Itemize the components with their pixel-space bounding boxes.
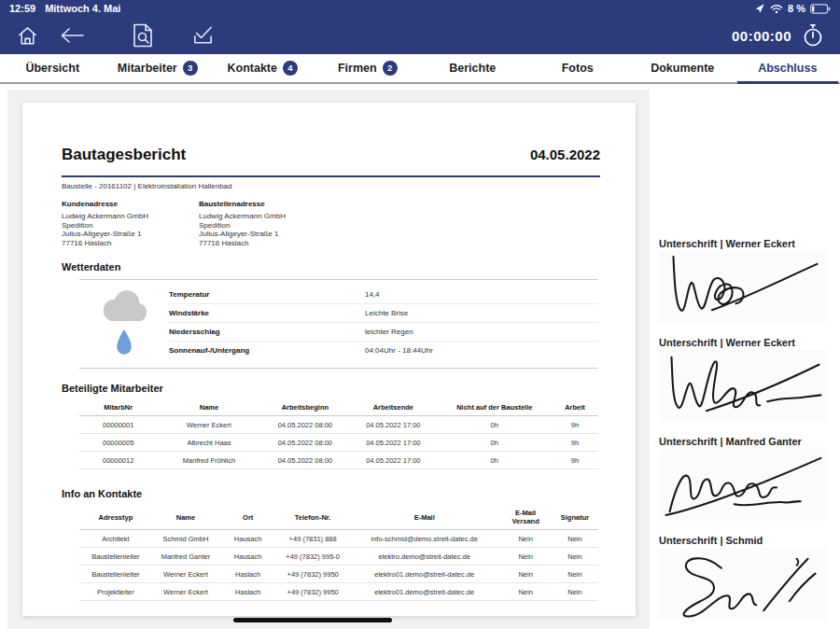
- back-arrow-icon: [58, 24, 86, 47]
- kontakte-count-badge: 4: [283, 61, 298, 76]
- timer-display: 00:00:00: [732, 28, 791, 44]
- location-icon: [754, 3, 765, 14]
- content-area: Bautagesbericht 04.05.2022 Baustelle - 2…: [0, 84, 840, 629]
- signature-block: Unterschrift | Schmid: [659, 535, 836, 620]
- weather-row: Temperatur 14,4: [169, 286, 598, 304]
- contacts-table: Adresstyp Name Ort Telefon-Nr. E-Mail E-…: [79, 505, 598, 601]
- report-page: Bautagesbericht 04.05.2022 Baustelle - 2…: [22, 103, 636, 616]
- horizontal-scrollbar[interactable]: [233, 618, 392, 622]
- contacts-heading: Info an Kontakte: [62, 488, 600, 499]
- signature-block: Unterschrift | Werner Eckert: [659, 238, 836, 323]
- report-date: 04.05.2022: [530, 147, 600, 162]
- signature-stroke-icon: [659, 350, 828, 422]
- tab-mitarbeiter[interactable]: Mitarbeiter 3: [105, 54, 211, 82]
- table-row: 00000012 Manfred Fröhlich 04.05.2022 08:…: [79, 452, 598, 469]
- signature-stroke-icon: [659, 449, 828, 521]
- tab-kontakte[interactable]: Kontakte 4: [210, 54, 315, 82]
- table-row: Baustellenleiter Manfred Ganter Hausach …: [79, 548, 598, 566]
- weather-row: Windstärke Leichte Brise: [169, 304, 598, 323]
- signature-label: Unterschrift | Manfred Ganter: [659, 436, 836, 447]
- signature-label: Unterschrift | Werner Eckert: [659, 337, 836, 348]
- tab-abschluss[interactable]: Abschluss: [735, 54, 840, 82]
- weather-heading: Wetterdaten: [62, 261, 600, 273]
- signature-box-werner-eckert-1[interactable]: [659, 251, 828, 323]
- table-row: Architekt Schmid GmbH Hausach +49 (7831)…: [79, 530, 598, 548]
- report-subtitle: Baustelle - 20161102 | Elektroinstallati…: [62, 182, 600, 190]
- wifi-icon: [770, 4, 783, 14]
- preview-report-button[interactable]: [129, 21, 157, 49]
- nav-bar: 00:00:00: [0, 17, 840, 54]
- complete-report-button[interactable]: [189, 21, 217, 49]
- stopwatch-button[interactable]: [799, 21, 827, 49]
- battery-percent: 8 %: [788, 3, 805, 14]
- status-date: Mittwoch 4. Mai: [45, 3, 120, 14]
- signature-stroke-icon: [659, 251, 828, 323]
- employees-table: MitarbNr Name Arbeitsbeginn Arbeitsende …: [79, 399, 598, 469]
- site-address: Baustellenadresse Ludwig Ackermann GmbH …: [199, 200, 336, 247]
- table-row: 00000001 Werner Eckert 04.05.2022 08:00 …: [79, 416, 598, 434]
- signature-stroke-icon: [659, 548, 828, 620]
- status-time: 12:59: [9, 3, 35, 14]
- status-bar: 12:59 Mittwoch 4. Mai 8 %: [0, 0, 840, 17]
- table-row: 00000005 Albrecht Haas 04.05.2022 08:00 …: [79, 434, 598, 452]
- home-button[interactable]: [13, 21, 41, 49]
- tab-fotos[interactable]: Fotos: [525, 54, 631, 82]
- rain-cloud-icon: [79, 286, 169, 360]
- tab-dokumente[interactable]: Dokumente: [630, 54, 735, 82]
- weather-panel: Temperatur 14,4 Windstärke Leichte Brise…: [79, 279, 598, 369]
- table-row: Projektleiter Werner Eckert Haslach +49 …: [79, 583, 598, 601]
- battery-icon: [810, 4, 831, 14]
- back-button[interactable]: [58, 21, 86, 49]
- tab-berichte[interactable]: Berichte: [420, 54, 525, 82]
- title-divider: [62, 175, 600, 177]
- table-row: Baustellenleiter Werner Eckert Haslach +…: [79, 566, 598, 583]
- signature-block: Unterschrift | Werner Eckert: [659, 337, 836, 422]
- weather-row: Niedersschlag leichter Regen: [169, 323, 598, 342]
- home-icon: [15, 23, 40, 49]
- signature-label: Unterschrift | Schmid: [659, 535, 836, 546]
- customer-address: Kundenadresse Ludwig Ackermann GmbH Sped…: [62, 200, 199, 247]
- signature-box-manfred-ganter[interactable]: [659, 449, 828, 521]
- signature-box-werner-eckert-2[interactable]: [659, 350, 828, 422]
- address-block: Kundenadresse Ludwig Ackermann GmbH Sped…: [62, 200, 600, 247]
- tab-uebersicht[interactable]: Übersicht: [0, 54, 105, 82]
- report-title: Bautagesbericht: [62, 146, 186, 164]
- report-preview-area: Bautagesbericht 04.05.2022 Baustelle - 2…: [7, 90, 650, 629]
- tab-firmen[interactable]: Firmen 2: [315, 54, 421, 82]
- stopwatch-icon: [802, 23, 824, 48]
- document-search-icon: [131, 22, 155, 49]
- employees-heading: Beteiligte Mitarbeiter: [62, 383, 600, 394]
- signature-label: Unterschrift | Werner Eckert: [659, 238, 836, 249]
- weather-row: Sonnenauf-/Untergang 04:04Uhr - 18:44Uhr: [169, 342, 598, 359]
- signatures-panel: Unterschrift | Werner Eckert Unterschrif…: [650, 84, 840, 629]
- signature-box-schmid[interactable]: [659, 548, 828, 620]
- check-tray-icon: [190, 23, 216, 49]
- tab-bar: Übersicht Mitarbeiter 3 Kontakte 4 Firme…: [0, 54, 840, 84]
- mitarbeiter-count-badge: 3: [183, 61, 198, 76]
- firmen-count-badge: 2: [383, 61, 398, 76]
- signature-block: Unterschrift | Manfred Ganter: [659, 436, 836, 521]
